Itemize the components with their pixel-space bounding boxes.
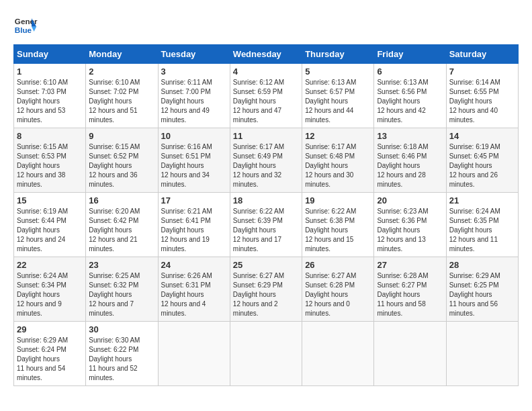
day-number: 1 — [17, 66, 83, 77]
day-detail: Sunrise: 6:26 AM Sunset: 6:31 PM Dayligh… — [161, 271, 227, 318]
calendar-cell: 26 Sunrise: 6:27 AM Sunset: 6:28 PM Dayl… — [302, 257, 374, 322]
day-number: 6 — [377, 66, 443, 77]
day-number: 25 — [233, 260, 299, 270]
day-number: 2 — [89, 66, 154, 77]
calendar-cell: 20 Sunrise: 6:23 AM Sunset: 6:36 PM Dayl… — [374, 193, 446, 257]
day-number: 15 — [17, 195, 83, 205]
day-number: 12 — [305, 131, 371, 141]
day-detail: Sunrise: 6:27 AM Sunset: 6:28 PM Dayligh… — [305, 271, 371, 318]
day-detail: Sunrise: 6:21 AM Sunset: 6:41 PM Dayligh… — [161, 207, 227, 254]
calendar-cell — [374, 322, 446, 386]
day-number: 11 — [233, 131, 299, 141]
day-number: 16 — [89, 195, 154, 205]
day-detail: Sunrise: 6:16 AM Sunset: 6:51 PM Dayligh… — [161, 142, 227, 189]
calendar-cell: 17 Sunrise: 6:21 AM Sunset: 6:41 PM Dayl… — [158, 193, 230, 257]
calendar-cell: 6 Sunrise: 6:13 AM Sunset: 6:56 PM Dayli… — [374, 64, 446, 128]
day-number: 9 — [89, 131, 154, 141]
calendar-week-row: 29 Sunrise: 6:29 AM Sunset: 6:24 PM Dayl… — [14, 322, 519, 386]
day-number: 28 — [449, 260, 515, 270]
calendar-week-row: 8 Sunrise: 6:15 AM Sunset: 6:53 PM Dayli… — [14, 128, 519, 193]
day-detail: Sunrise: 6:10 AM Sunset: 7:03 PM Dayligh… — [17, 78, 83, 125]
day-detail: Sunrise: 6:22 AM Sunset: 6:39 PM Dayligh… — [233, 207, 299, 254]
calendar-cell: 14 Sunrise: 6:19 AM Sunset: 6:45 PM Dayl… — [446, 128, 518, 193]
calendar-cell: 22 Sunrise: 6:24 AM Sunset: 6:34 PM Dayl… — [14, 257, 86, 322]
logo-icon: General Blue — [13, 13, 38, 38]
calendar-cell: 2 Sunrise: 6:10 AM Sunset: 7:02 PM Dayli… — [86, 64, 158, 128]
calendar-cell: 11 Sunrise: 6:17 AM Sunset: 6:49 PM Dayl… — [230, 128, 302, 193]
day-number: 19 — [305, 195, 371, 205]
calendar-week-row: 15 Sunrise: 6:19 AM Sunset: 6:44 PM Dayl… — [14, 193, 519, 257]
calendar-cell: 23 Sunrise: 6:25 AM Sunset: 6:32 PM Dayl… — [86, 257, 158, 322]
calendar-cell — [302, 322, 374, 386]
day-detail: Sunrise: 6:12 AM Sunset: 6:59 PM Dayligh… — [233, 78, 299, 125]
day-detail: Sunrise: 6:30 AM Sunset: 6:22 PM Dayligh… — [89, 336, 154, 383]
calendar-cell: 1 Sunrise: 6:10 AM Sunset: 7:03 PM Dayli… — [14, 64, 86, 128]
weekday-header: Sunday — [14, 45, 86, 64]
calendar-cell: 19 Sunrise: 6:22 AM Sunset: 6:38 PM Dayl… — [302, 193, 374, 257]
day-detail: Sunrise: 6:14 AM Sunset: 6:55 PM Dayligh… — [449, 78, 515, 125]
calendar-cell: 27 Sunrise: 6:28 AM Sunset: 6:27 PM Dayl… — [374, 257, 446, 322]
weekday-header: Wednesday — [230, 45, 302, 64]
day-detail: Sunrise: 6:27 AM Sunset: 6:29 PM Dayligh… — [233, 271, 299, 318]
day-number: 26 — [305, 260, 371, 270]
day-detail: Sunrise: 6:15 AM Sunset: 6:53 PM Dayligh… — [17, 142, 83, 189]
day-detail: Sunrise: 6:17 AM Sunset: 6:49 PM Dayligh… — [233, 142, 299, 189]
calendar-cell: 29 Sunrise: 6:29 AM Sunset: 6:24 PM Dayl… — [14, 322, 86, 386]
weekday-header: Saturday — [446, 45, 518, 64]
day-number: 14 — [449, 131, 515, 141]
day-detail: Sunrise: 6:10 AM Sunset: 7:02 PM Dayligh… — [89, 78, 154, 125]
calendar-cell: 4 Sunrise: 6:12 AM Sunset: 6:59 PM Dayli… — [230, 64, 302, 128]
day-number: 7 — [449, 66, 515, 77]
svg-marker-3 — [32, 27, 36, 32]
calendar-cell — [230, 322, 302, 386]
calendar-cell: 8 Sunrise: 6:15 AM Sunset: 6:53 PM Dayli… — [14, 128, 86, 193]
calendar-cell: 15 Sunrise: 6:19 AM Sunset: 6:44 PM Dayl… — [14, 193, 86, 257]
calendar-cell: 16 Sunrise: 6:20 AM Sunset: 6:42 PM Dayl… — [86, 193, 158, 257]
calendar-cell — [158, 322, 230, 386]
calendar-cell: 24 Sunrise: 6:26 AM Sunset: 6:31 PM Dayl… — [158, 257, 230, 322]
weekday-header: Tuesday — [158, 45, 230, 64]
day-number: 27 — [377, 260, 443, 270]
calendar-table: SundayMondayTuesdayWednesdayThursdayFrid… — [13, 44, 519, 386]
weekday-header: Monday — [86, 45, 158, 64]
day-number: 18 — [233, 195, 299, 205]
day-detail: Sunrise: 6:29 AM Sunset: 6:25 PM Dayligh… — [449, 271, 515, 318]
day-number: 17 — [161, 195, 227, 205]
day-detail: Sunrise: 6:29 AM Sunset: 6:24 PM Dayligh… — [17, 336, 83, 383]
day-number: 23 — [89, 260, 154, 270]
calendar-cell: 25 Sunrise: 6:27 AM Sunset: 6:29 PM Dayl… — [230, 257, 302, 322]
header-row: SundayMondayTuesdayWednesdayThursdayFrid… — [14, 45, 519, 64]
day-number: 22 — [17, 260, 83, 270]
day-detail: Sunrise: 6:18 AM Sunset: 6:46 PM Dayligh… — [377, 142, 443, 189]
calendar-week-row: 22 Sunrise: 6:24 AM Sunset: 6:34 PM Dayl… — [14, 257, 519, 322]
calendar-cell: 18 Sunrise: 6:22 AM Sunset: 6:39 PM Dayl… — [230, 193, 302, 257]
calendar-header: SundayMondayTuesdayWednesdayThursdayFrid… — [14, 45, 519, 64]
day-detail: Sunrise: 6:11 AM Sunset: 7:00 PM Dayligh… — [161, 78, 227, 125]
calendar-cell — [446, 322, 518, 386]
weekday-header: Thursday — [302, 45, 374, 64]
day-number: 24 — [161, 260, 227, 270]
day-number: 8 — [17, 131, 83, 141]
day-number: 5 — [305, 66, 371, 77]
day-detail: Sunrise: 6:13 AM Sunset: 6:56 PM Dayligh… — [377, 78, 443, 125]
calendar-cell: 30 Sunrise: 6:30 AM Sunset: 6:22 PM Dayl… — [86, 322, 158, 386]
day-number: 30 — [89, 324, 154, 334]
day-number: 4 — [233, 66, 299, 77]
day-number: 29 — [17, 324, 83, 334]
day-detail: Sunrise: 6:25 AM Sunset: 6:32 PM Dayligh… — [89, 271, 154, 318]
page-header: General Blue — [13, 13, 519, 38]
day-detail: Sunrise: 6:19 AM Sunset: 6:45 PM Dayligh… — [449, 142, 515, 189]
day-detail: Sunrise: 6:24 AM Sunset: 6:35 PM Dayligh… — [449, 207, 515, 254]
calendar-cell: 10 Sunrise: 6:16 AM Sunset: 6:51 PM Dayl… — [158, 128, 230, 193]
calendar-cell: 5 Sunrise: 6:13 AM Sunset: 6:57 PM Dayli… — [302, 64, 374, 128]
day-detail: Sunrise: 6:15 AM Sunset: 6:52 PM Dayligh… — [89, 142, 154, 189]
day-detail: Sunrise: 6:13 AM Sunset: 6:57 PM Dayligh… — [305, 78, 371, 125]
calendar-cell: 9 Sunrise: 6:15 AM Sunset: 6:52 PM Dayli… — [86, 128, 158, 193]
day-detail: Sunrise: 6:28 AM Sunset: 6:27 PM Dayligh… — [377, 271, 443, 318]
day-number: 13 — [377, 131, 443, 141]
svg-text:Blue: Blue — [15, 26, 32, 34]
day-detail: Sunrise: 6:17 AM Sunset: 6:48 PM Dayligh… — [305, 142, 371, 189]
calendar-cell: 12 Sunrise: 6:17 AM Sunset: 6:48 PM Dayl… — [302, 128, 374, 193]
calendar-cell: 7 Sunrise: 6:14 AM Sunset: 6:55 PM Dayli… — [446, 64, 518, 128]
calendar-cell: 13 Sunrise: 6:18 AM Sunset: 6:46 PM Dayl… — [374, 128, 446, 193]
